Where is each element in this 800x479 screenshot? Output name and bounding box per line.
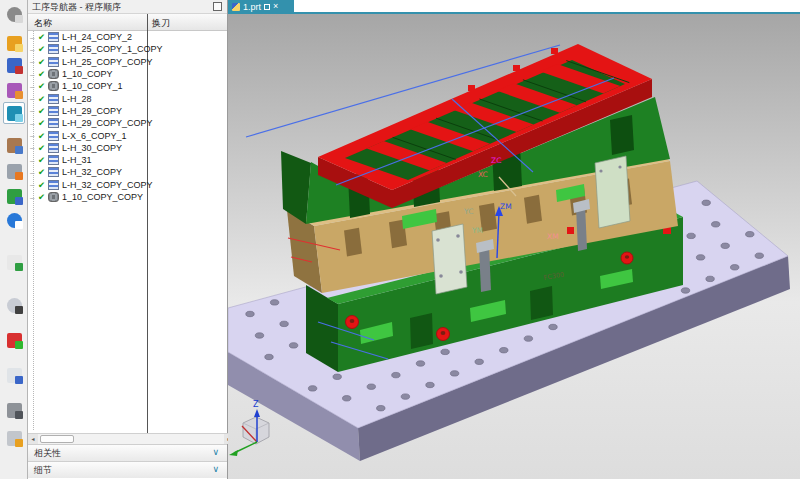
label-zm: ZM (500, 202, 512, 211)
operation-type-icon (48, 131, 59, 141)
tree-dash: – (30, 94, 38, 103)
tree-dash: – (30, 45, 38, 54)
library-books-button[interactable] (3, 185, 25, 207)
operation-row[interactable]: – ✔ L-H_32_COPY (28, 166, 219, 178)
operation-type-icon (48, 155, 59, 165)
tree-dash: – (30, 106, 38, 115)
status-check-icon: ✔ (38, 155, 48, 165)
operation-name: L-H_32_COPY (62, 167, 122, 177)
part-tab[interactable]: 1.prt × (228, 0, 294, 13)
operation-row[interactable]: – ✔ 1_10_COPY (28, 68, 219, 80)
operation-row[interactable]: – ✔ L-H_31 (28, 154, 219, 166)
operation-type-icon (48, 81, 59, 91)
scroll-left-icon[interactable]: ◄ (28, 434, 38, 444)
column-divider[interactable] (147, 14, 148, 433)
operation-type-icon (48, 69, 59, 79)
float-window-icon[interactable] (213, 2, 222, 11)
operation-navigator-button[interactable] (3, 102, 25, 124)
horizontal-scrollbar[interactable]: ◄ ► (28, 433, 234, 444)
status-check-icon: ✔ (38, 57, 48, 67)
horizontal-scroll-thumb[interactable] (40, 435, 74, 443)
operation-type-icon (48, 192, 59, 202)
operation-row[interactable]: – ✔ L-H_29_COPY_COPY (28, 117, 219, 129)
system-clock-button[interactable] (3, 294, 25, 316)
operation-row[interactable]: – ✔ L-H_24_COPY_2 (28, 31, 219, 43)
part-navigator-button[interactable] (3, 79, 25, 101)
color-pen-button[interactable] (3, 329, 25, 351)
tree-dash: – (30, 82, 38, 91)
triad-z-label: Z (253, 400, 259, 409)
status-check-icon: ✔ (38, 69, 48, 79)
operation-type-icon (48, 167, 59, 177)
close-tab-icon[interactable]: × (273, 2, 278, 11)
operation-name: L-H_25_COPY_COPY (62, 57, 153, 67)
tree-guide-line (33, 31, 34, 430)
status-check-icon: ✔ (38, 167, 48, 177)
operation-type-icon (48, 94, 59, 104)
machining-robot-button[interactable] (3, 399, 25, 421)
tree-dash: – (30, 156, 38, 165)
window-settings-button[interactable] (3, 427, 25, 449)
operation-row[interactable]: – ✔ L-H_30_COPY (28, 142, 219, 154)
label-xm: XM (547, 232, 559, 241)
operation-list: – ✔ L-H_23_COPY – ✔ L-H_24_COPY_COPY_1 –… (28, 31, 219, 433)
customize-gear-icon (7, 7, 22, 22)
float-tab-icon[interactable] (264, 4, 270, 10)
operation-row[interactable]: – ✔ L-H_25_COPY_1_COPY (28, 43, 219, 55)
operation-type-icon (48, 143, 59, 153)
web-browser-button[interactable] (3, 209, 25, 231)
tree-dash: – (30, 180, 38, 189)
tree-dash: – (30, 70, 38, 79)
operation-name: L-H_25_COPY_1_COPY (62, 44, 163, 54)
operation-row[interactable]: – ✔ L-H_25_COPY_COPY (28, 56, 219, 68)
status-check-icon: ✔ (38, 118, 48, 128)
column-toolchange[interactable]: 换刀 (152, 17, 170, 30)
column-name[interactable]: 名称 (34, 17, 52, 30)
operation-row[interactable]: – ✔ L-H_28 (28, 92, 219, 104)
chevron-down-icon: ∨ (212, 447, 219, 457)
operation-navigator-panel: 工序导航器 - 程序顺序 名称 换刀 – ✔ L-H_23_COPY – ✔ L… (28, 0, 228, 479)
operation-name: L-H_32_COPY_COPY (62, 180, 153, 190)
machine-tool-navigator-button[interactable] (3, 134, 25, 156)
web-browser-icon (7, 213, 22, 228)
tree-dash: – (30, 57, 38, 66)
operation-row[interactable]: – ✔ L-H_32_COPY_COPY (28, 179, 219, 191)
part-tab-label: 1.prt (243, 2, 261, 12)
screw-plate (432, 224, 467, 294)
machining-robot-icon (7, 403, 22, 418)
status-check-icon: ✔ (38, 32, 48, 42)
operation-row[interactable]: – ✔ L-H_29_COPY (28, 105, 219, 117)
operation-name: L-H_29_COPY (62, 106, 122, 116)
status-check-icon: ✔ (38, 44, 48, 54)
operation-row[interactable]: – ✔ 1_10_COPY_1 (28, 80, 219, 92)
3d-viewport[interactable]: FC300 (228, 14, 800, 479)
operation-name: 1_10_COPY (62, 69, 113, 79)
nx-cam-window: 工序导航器 - 程序顺序 名称 换刀 – ✔ L-H_23_COPY – ✔ L… (0, 0, 800, 479)
operation-name: L-X_6_COPY_1 (62, 131, 127, 141)
panel-title: 工序导航器 - 程序顺序 (28, 0, 227, 14)
section-details[interactable]: 细节 ∨ (28, 461, 227, 478)
machining-line-planner-button[interactable] (3, 160, 25, 182)
operation-type-icon (48, 57, 59, 67)
operation-type-icon (48, 32, 59, 42)
status-check-icon: ✔ (38, 94, 48, 104)
section-dependencies[interactable]: 相关性 ∨ (28, 444, 227, 461)
constraint-navigator-button[interactable] (3, 54, 25, 76)
selection-cursor-button[interactable] (3, 364, 25, 386)
label-zc: ZC (491, 156, 501, 165)
operation-type-icon (48, 106, 59, 116)
history-document-button[interactable] (3, 251, 25, 273)
customize-gear-button[interactable] (3, 3, 25, 25)
tree-dash: – (30, 131, 38, 140)
assembly-navigator-button[interactable] (3, 32, 25, 54)
window-settings-icon (7, 431, 22, 446)
operation-name: 1_10_COPY_1 (62, 81, 123, 91)
operation-row[interactable]: – ✔ L-X_6_COPY_1 (28, 129, 219, 141)
status-check-icon: ✔ (38, 192, 48, 202)
selection-cursor-icon (7, 368, 22, 383)
operation-name: L-H_30_COPY (62, 143, 122, 153)
part-tab-bar: 1.prt × (228, 0, 800, 13)
library-books-icon (7, 189, 22, 204)
operation-row[interactable]: – ✔ 1_10_COPY_COPY (28, 191, 219, 203)
operation-name: L-H_29_COPY_COPY (62, 118, 153, 128)
